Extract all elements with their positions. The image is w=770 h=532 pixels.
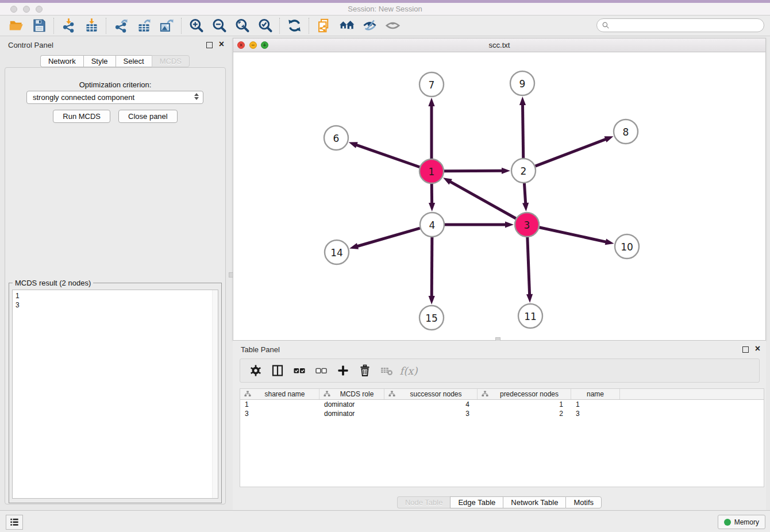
- node-label-11: 11: [524, 311, 537, 322]
- select-all-columns-button[interactable]: [288, 361, 310, 380]
- tab-mcds[interactable]: MCDS: [152, 55, 190, 67]
- close-table-panel-icon[interactable]: ×: [755, 344, 760, 354]
- network-window-titlebar[interactable]: × − + scc.txt: [233, 38, 765, 52]
- cell-predecessor-nodes[interactable]: 2: [478, 410, 571, 418]
- table-row[interactable]: 3dominator323: [240, 409, 764, 418]
- delete-table-button: [376, 361, 398, 380]
- zoom-in-icon: [188, 18, 204, 33]
- function-builder-button: f(x): [398, 361, 419, 380]
- open-session-button[interactable]: [5, 17, 28, 34]
- tab-style[interactable]: Style: [83, 55, 116, 67]
- zoom-out-button[interactable]: [207, 17, 230, 34]
- search-box[interactable]: [596, 18, 764, 32]
- memory-button[interactable]: Memory: [718, 515, 765, 529]
- column-header-empty: [620, 389, 764, 399]
- column-header-shared-name[interactable]: shared name: [240, 389, 319, 399]
- cell-MCDS-role[interactable]: dominator: [319, 400, 384, 408]
- tab-network[interactable]: Network: [40, 55, 83, 67]
- tab-node-table[interactable]: Node Table: [397, 496, 451, 508]
- vertical-splitter-handle[interactable]: [229, 272, 233, 277]
- search-input[interactable]: [610, 21, 764, 29]
- edge-1-2[interactable]: [444, 171, 503, 171]
- export-image-button[interactable]: [155, 17, 178, 34]
- clone-network-button[interactable]: [312, 17, 335, 34]
- mcds-panel: Optimization criterion: strongly connect…: [5, 67, 226, 504]
- tab-network-table[interactable]: Network Table: [503, 496, 565, 508]
- table-tabs: Node TableEdge TableNetwork TableMotifs: [233, 496, 766, 508]
- criterion-select[interactable]: strongly connected component: [26, 91, 203, 104]
- float-table-panel-icon[interactable]: [742, 346, 749, 353]
- mcds-result-text[interactable]: 1 3: [12, 290, 218, 499]
- edge-3-1[interactable]: [449, 182, 515, 219]
- hide-selected-button[interactable]: [358, 17, 381, 34]
- node-label-10: 10: [621, 241, 633, 253]
- node-label-15: 15: [425, 313, 438, 324]
- edge-arrowhead: [605, 238, 614, 245]
- task-history-button[interactable]: [6, 515, 23, 530]
- tab-edge-table[interactable]: Edge Table: [450, 496, 503, 508]
- toolbar-separator: [309, 18, 309, 34]
- tab-select[interactable]: Select: [116, 55, 152, 67]
- status-bar: Memory: [0, 510, 770, 532]
- run-mcds-button[interactable]: Run MCDS: [53, 110, 110, 123]
- first-neighbors-icon: [339, 18, 355, 33]
- refresh-layout-button[interactable]: [283, 17, 306, 34]
- cell-successor-nodes[interactable]: 4: [384, 400, 478, 408]
- zoom-selected-icon: [257, 18, 273, 33]
- open-session-icon: [9, 18, 24, 33]
- node-label-1: 1: [429, 166, 435, 178]
- edge-2-3[interactable]: [524, 183, 525, 204]
- column-header-successor-nodes[interactable]: successor nodes: [384, 389, 478, 399]
- show-all-button[interactable]: [381, 17, 404, 34]
- sort-hierarchy-icon: [324, 391, 330, 398]
- edge-2-8[interactable]: [536, 139, 607, 166]
- cell-name[interactable]: 1: [571, 400, 620, 408]
- cell-shared-name[interactable]: 3: [240, 410, 319, 418]
- zoom-fit-button[interactable]: [230, 17, 253, 34]
- node-table[interactable]: shared nameMCDS rolesuccessor nodesprede…: [240, 388, 764, 487]
- control-panel-tabs: NetworkStyleSelectMCDS: [0, 55, 230, 67]
- table-row[interactable]: 1dominator411: [240, 400, 764, 409]
- cell-predecessor-nodes[interactable]: 1: [478, 400, 571, 408]
- add-column-button[interactable]: [332, 361, 354, 380]
- table-settings-button[interactable]: [245, 361, 267, 380]
- import-network-button[interactable]: [57, 17, 80, 34]
- zoom-in-button[interactable]: [184, 17, 207, 34]
- edge-3-10[interactable]: [539, 228, 606, 242]
- cell-shared-name[interactable]: 1: [240, 400, 319, 408]
- cell-name[interactable]: 3: [571, 410, 620, 418]
- column-header-predecessor-nodes[interactable]: predecessor nodes: [478, 389, 571, 399]
- edge-4-15[interactable]: [432, 237, 432, 297]
- float-panel-icon[interactable]: [206, 42, 213, 48]
- edge-3-11[interactable]: [528, 237, 530, 295]
- zoom-selected-button[interactable]: [253, 17, 276, 34]
- import-table-button[interactable]: [80, 17, 103, 34]
- column-header-MCDS-role[interactable]: MCDS role: [319, 389, 384, 399]
- edge-2-9[interactable]: [522, 104, 523, 158]
- network-graph[interactable]: 7968124314101511: [233, 52, 765, 340]
- deselect-all-columns-button[interactable]: [310, 361, 332, 380]
- save-session-button[interactable]: [28, 17, 51, 34]
- edge-1-6[interactable]: [356, 145, 419, 167]
- edge-4-14[interactable]: [357, 228, 420, 246]
- result-scrollbar[interactable]: [212, 290, 218, 498]
- cell-successor-nodes[interactable]: 3: [384, 410, 478, 418]
- close-panel-button[interactable]: Close panel: [118, 110, 178, 123]
- export-network-button[interactable]: [109, 17, 132, 34]
- sort-hierarchy-icon: [482, 391, 488, 398]
- delete-column-button[interactable]: [354, 361, 376, 380]
- tab-motifs[interactable]: Motifs: [565, 496, 602, 508]
- export-image-icon: [159, 18, 175, 33]
- column-header-name[interactable]: name: [571, 389, 620, 399]
- close-panel-icon[interactable]: ×: [219, 39, 224, 49]
- select-all-columns-icon: [292, 364, 306, 377]
- node-label-4: 4: [429, 219, 436, 231]
- app-title: Session: New Session: [0, 5, 770, 13]
- edge-arrowhead: [605, 136, 614, 142]
- select-stepper-icon: [194, 93, 199, 100]
- cell-MCDS-role[interactable]: dominator: [319, 410, 384, 418]
- first-neighbors-button[interactable]: [335, 17, 358, 34]
- export-table-button[interactable]: [132, 17, 155, 34]
- column-layout-button[interactable]: [267, 361, 288, 380]
- import-network-icon: [61, 18, 76, 33]
